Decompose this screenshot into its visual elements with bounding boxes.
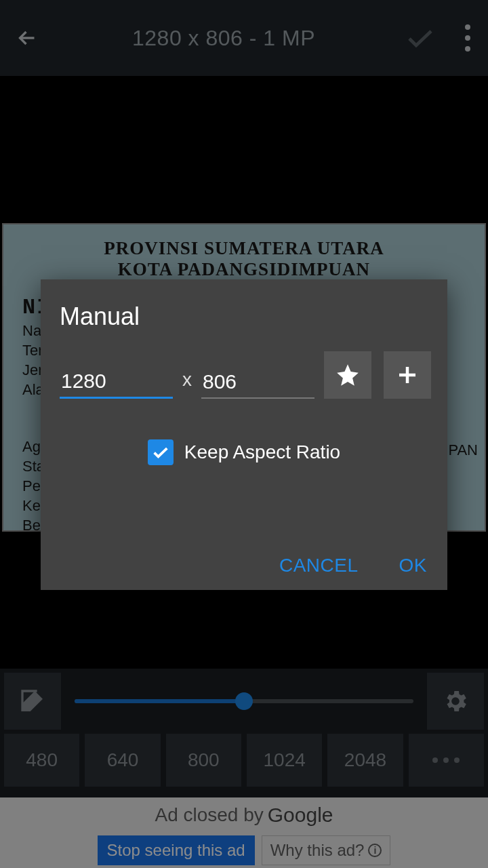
screen: 1280 x 806 - 1 MP PROVINSI SUMATERA UTAR… <box>0 0 488 868</box>
cancel-button[interactable]: CANCEL <box>279 555 359 576</box>
x-separator: x <box>182 369 192 399</box>
width-input[interactable] <box>60 366 173 397</box>
star-icon <box>335 362 361 388</box>
check-icon <box>151 443 170 462</box>
add-preset-button[interactable] <box>384 351 431 399</box>
ok-button[interactable]: OK <box>399 555 427 576</box>
aspect-ratio-row[interactable]: Keep Aspect Ratio <box>41 439 447 465</box>
width-field-wrap <box>60 366 173 399</box>
manual-resize-dialog: Manual x Keep Aspect Ratio <box>41 279 447 590</box>
dialog-title: Manual <box>41 279 447 344</box>
height-field-wrap <box>201 366 314 399</box>
aspect-ratio-label: Keep Aspect Ratio <box>184 441 340 463</box>
favorite-button[interactable] <box>324 351 371 399</box>
height-input[interactable] <box>201 366 314 397</box>
plus-icon <box>395 363 420 387</box>
aspect-ratio-checkbox[interactable] <box>148 439 174 465</box>
